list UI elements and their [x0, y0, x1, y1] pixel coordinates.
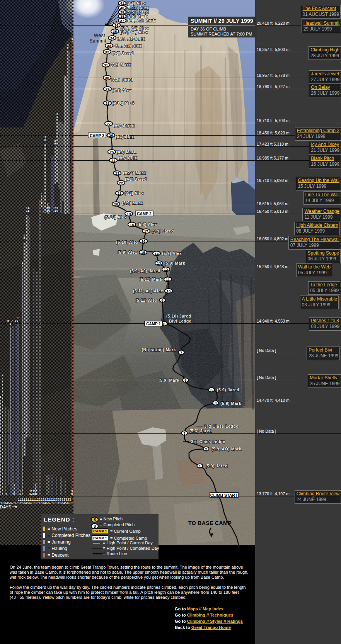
svg-text:DAYS: DAYS	[0, 505, 11, 509]
svg-text:(5.9, A1) Alex: (5.9, A1) Alex	[121, 26, 148, 31]
svg-text:(5.11) Mark: (5.11) Mark	[139, 277, 162, 282]
svg-text:TO BASE CAMP: TO BASE CAMP	[188, 520, 232, 526]
svg-text:1: 1	[24, 234, 25, 237]
svg-text:(5.9, A1) Alex: (5.9, A1) Alex	[117, 36, 145, 41]
svg-text:(5.9) Alex: (5.9) Alex	[162, 251, 182, 256]
svg-text:8: 8	[14, 493, 15, 495]
svg-text:13: 13	[157, 261, 161, 265]
svg-text:1: 1	[22, 262, 23, 264]
svg-text:31: 31	[104, 63, 108, 67]
svg-text:3: 3	[55, 209, 56, 212]
svg-text:(5.11, A1) Alex: (5.11, A1) Alex	[133, 289, 163, 293]
svg-text:6: 6	[67, 46, 69, 49]
svg-text:(A3) Alex: (A3) Alex	[124, 191, 144, 195]
svg-text:Summit: Summit	[89, 38, 106, 44]
svg-text:27: 27	[107, 122, 111, 126]
svg-text:1: 1	[199, 464, 201, 468]
svg-text:4: 4	[6, 493, 7, 495]
svg-text:5: 5	[48, 207, 50, 209]
svg-text:(5.9) Mark: (5.9) Mark	[164, 261, 185, 265]
svg-text:3: 3	[56, 113, 58, 116]
svg-text:(5.9) Jared: (5.9) Jared	[217, 387, 239, 392]
svg-text:0: 0	[17, 319, 18, 322]
svg-text:5: 5	[210, 388, 213, 392]
svg-text:37: 37	[120, 19, 124, 23]
svg-text:3: 3	[72, 490, 73, 493]
svg-text:2: 2	[44, 136, 46, 139]
svg-text:CAMP 2: CAMP 2	[137, 212, 152, 216]
svg-text:West: West	[94, 33, 105, 38]
svg-text:(5.3) Jared: (5.3) Jared	[189, 428, 212, 433]
svg-text:2: 2	[205, 447, 207, 451]
svg-text:(5.10) Jared: (5.10) Jared	[166, 314, 191, 318]
svg-text:7: 7	[180, 350, 182, 355]
svg-text:(5.8) Alex: (5.8) Alex	[137, 222, 157, 227]
svg-text:38: 38	[120, 14, 124, 19]
svg-text:16: 16	[142, 239, 146, 243]
svg-text:(A1) Jared: (A1) Jared	[112, 51, 133, 56]
svg-text:35: 35	[113, 29, 117, 34]
svg-text:2: 2	[36, 490, 37, 493]
svg-text:CAMP 3: CAMP 3	[90, 134, 104, 138]
svg-text:(A3) Alex: (A3) Alex	[118, 155, 137, 160]
svg-text:8: 8	[163, 322, 165, 326]
svg-text:20: 20	[114, 202, 118, 206]
svg-text:(5.9, AO) Mark: (5.9, AO) Mark	[211, 447, 241, 451]
svg-text:3: 3	[24, 237, 25, 240]
svg-text:(A1) Jared: (A1) Jared	[125, 177, 147, 182]
svg-text:8: 8	[44, 139, 46, 141]
svg-text:2: 2	[55, 207, 56, 209]
svg-text:25: 25	[110, 150, 114, 154]
svg-text:(5.5) Mark: (5.5) Mark	[126, 14, 147, 19]
svg-text:7: 7	[11, 319, 13, 322]
svg-text:9: 9	[161, 298, 163, 302]
svg-text:3: 3	[183, 431, 185, 435]
svg-text:1: 1	[26, 207, 28, 209]
svg-text:23: 23	[115, 171, 119, 175]
svg-text:(5.9, A1) Mark: (5.9, A1) Mark	[126, 18, 155, 23]
svg-text:3: 3	[67, 44, 69, 46]
svg-text:0: 0	[36, 493, 37, 495]
svg-text:40: 40	[120, 6, 124, 10]
svg-text:(5.9) Jared: (5.9) Jared	[205, 464, 228, 468]
svg-text:1: 1	[26, 209, 28, 212]
svg-text:(5.11) Alex: (5.11) Alex	[135, 298, 157, 302]
svg-text:6: 6	[184, 378, 186, 382]
svg-text:(A3+) Mark: (A3+) Mark	[112, 101, 135, 105]
svg-text:11: 11	[166, 277, 170, 282]
svg-text:2: 2	[46, 207, 48, 209]
svg-text:(5.5) Jared: (5.5) Jared	[126, 10, 149, 14]
svg-text:3: 3	[72, 38, 73, 41]
svg-text:17: 17	[144, 229, 148, 233]
svg-text:4: 4	[215, 401, 217, 405]
svg-text:9: 9	[56, 207, 58, 209]
svg-text:39: 39	[120, 10, 124, 14]
svg-text:3rd Class Ledge: 3rd Class Ledge	[191, 439, 225, 444]
svg-text:2: 2	[46, 209, 48, 212]
svg-text:1: 1	[0, 396, 2, 398]
svg-text:0: 0	[56, 209, 58, 212]
svg-text:2: 2	[55, 139, 56, 142]
svg-text:8: 8	[94, 518, 96, 522]
svg-text:1: 1	[17, 317, 19, 319]
svg-text:(5.10) Alex: (5.10) Alex	[116, 240, 138, 245]
svg-text:(A4) Alex: (A4) Alex	[115, 134, 134, 139]
svg-text:21: 21	[118, 191, 122, 195]
svg-text:(5.9) Alex: (5.9) Alex	[118, 250, 137, 255]
svg-text:2: 2	[2, 374, 3, 376]
svg-text:(A3) Jared: (A3) Jared	[113, 123, 135, 128]
svg-text:0: 0	[56, 116, 58, 118]
svg-text:(5.9) Mark: (5.9) Mark	[220, 401, 241, 406]
svg-text:12: 12	[164, 267, 168, 272]
svg-text:4: 4	[28, 207, 29, 209]
svg-text:5: 5	[7, 319, 9, 322]
svg-text:(5.9, A0) Jared: (5.9, A0) Jared	[130, 268, 160, 273]
svg-text:3rd Class Ledge: 3rd Class Ledge	[204, 424, 239, 428]
svg-text:(No rating) Mark: (No rating) Mark	[142, 347, 176, 352]
svg-text:CAMP 1: CAMP 1	[146, 322, 161, 326]
svg-text:(5.9) Jared: (5.9) Jared	[152, 229, 174, 233]
svg-text:9: 9	[15, 319, 16, 322]
svg-text:8: 8	[94, 524, 96, 528]
svg-text:10: 10	[167, 289, 171, 293]
svg-text:1: 1	[19, 493, 21, 495]
